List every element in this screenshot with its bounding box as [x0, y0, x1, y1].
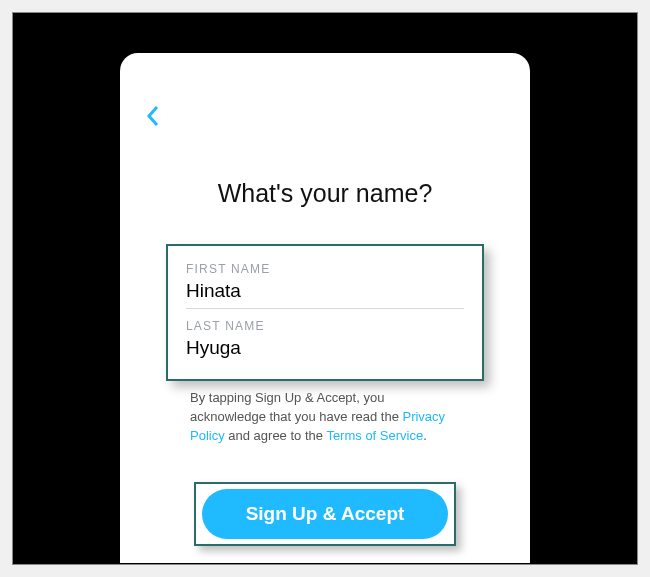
- last-name-input[interactable]: [186, 333, 464, 365]
- screenshot-frame: What's your name? FIRST NAME LAST NAME B…: [12, 12, 638, 565]
- chevron-left-icon: [146, 105, 160, 127]
- terms-of-service-link[interactable]: Terms of Service: [326, 428, 423, 443]
- name-form-highlight: FIRST NAME LAST NAME: [166, 244, 484, 381]
- signup-card: What's your name? FIRST NAME LAST NAME B…: [120, 53, 530, 563]
- last-name-label: LAST NAME: [186, 319, 464, 333]
- first-name-label: FIRST NAME: [186, 262, 464, 276]
- signup-accept-button[interactable]: Sign Up & Accept: [202, 489, 448, 539]
- disclaimer-middle: and agree to the: [225, 428, 327, 443]
- disclaimer-prefix: By tapping Sign Up & Accept, you acknowl…: [190, 390, 402, 424]
- cta-highlight: Sign Up & Accept: [194, 482, 456, 546]
- disclaimer-suffix: .: [423, 428, 427, 443]
- page-title: What's your name?: [120, 179, 530, 208]
- disclaimer-text: By tapping Sign Up & Accept, you acknowl…: [190, 389, 460, 446]
- back-button[interactable]: [138, 101, 168, 131]
- first-name-input[interactable]: [186, 276, 464, 309]
